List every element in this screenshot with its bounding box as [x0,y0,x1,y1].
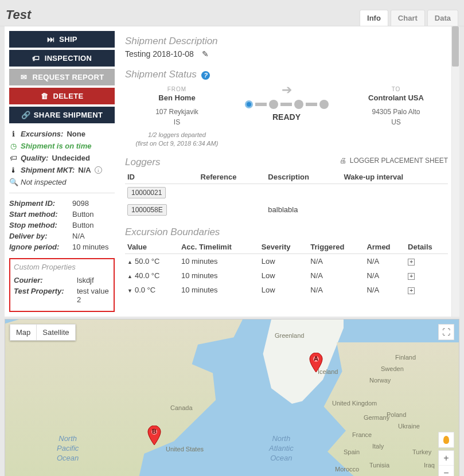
share-button[interactable]: 🔗 SHARE SHIPMENT [9,107,115,123]
boundaries-table: Value Acc. Timelimit Severity Triggered … [125,240,448,297]
map-label: Spain [344,448,360,455]
inspection-status: 🔍 Not inspected [9,176,115,188]
progress-steps [235,100,338,109]
step-bar [306,103,317,106]
ocean-label: North Atlantic Ocean [269,434,294,463]
loggers-col-id: ID [125,170,198,184]
zoom-out-button[interactable]: − [439,466,454,476]
info-icon[interactable]: i [95,166,102,174]
content-area: ⏭ SHIP 🏷 INSPECTION ✉ REQUEST REPORT 🗑 D… [5,26,459,317]
step-bar [255,103,267,106]
tab-bar: Info Chart Data [360,10,458,26]
inspection-button[interactable]: 🏷 INSPECTION [9,50,115,67]
route-to: TO Controlant USA 94305 Palo Alto US [344,86,448,127]
arrow-up-icon [127,271,135,280]
tab-chart[interactable]: Chart [391,10,425,26]
clock-icon: ◷ [9,142,17,150]
request-report-label: REQUEST REPORT [33,73,104,81]
delete-button[interactable]: 🗑 DELETE [9,88,115,104]
arrow-up-icon [127,257,135,266]
on-time-status: ◷ Shipment is on time [9,140,115,152]
description-heading: Shipment Description [125,36,448,47]
inspection-button-label: INSPECTION [45,54,92,63]
landmass [309,342,459,476]
test-property-row: Test Property: test value 2 [14,286,110,305]
courier-row: Courier: lskdjf [14,275,110,286]
map-pin-a[interactable]: A [309,353,323,372]
search-icon: 🔍 [9,178,17,186]
status-heading: Shipment Status ? [125,69,448,80]
map-type-map[interactable]: Map [10,324,37,341]
logger-placement-link[interactable]: 🖨 LOGGER PLACEMENT SHEET [340,157,448,165]
logger-id-link[interactable]: 1000058E [127,204,167,216]
status-list: ℹ Excursions: None ◷ Shipment is on time… [9,128,115,188]
map-label: Finland [395,354,416,361]
col-acc: Acc. Timelimit [179,240,259,254]
step-bar [280,103,292,106]
custom-properties-title: Custom Properties [14,263,110,271]
status-label: READY [235,112,338,122]
route-progress: ➔ READY [235,86,338,122]
streetview-button[interactable] [438,432,454,448]
share-icon: 🔗 [21,111,29,119]
fullscreen-button[interactable]: ⛶ [438,324,454,340]
shipment-id-row: Shipment ID: 9098 [9,198,115,209]
zoom-in-button[interactable]: + [439,451,454,466]
table-row: 1000058E balblabla [125,201,448,219]
map-type-satellite[interactable]: Satellite [37,324,75,341]
tab-info[interactable]: Info [360,10,388,26]
main-panel: Shipment Description Testing 2018-10-08 … [119,26,459,317]
map-label: Poland [387,411,406,418]
map-label: Sweden [381,365,404,372]
help-icon[interactable]: ? [201,71,210,80]
map-label: United Kingdom [332,400,377,407]
expand-icon[interactable]: + [408,259,415,266]
col-trig: Triggered [308,240,364,254]
arrow-down-icon [127,286,135,294]
map-label: Turkey [412,448,431,455]
expand-icon[interactable]: + [408,273,415,280]
col-sev: Severity [259,240,308,254]
request-report-button[interactable]: ✉ REQUEST REPORT [9,69,115,85]
scrollbar[interactable] [451,26,459,317]
custom-properties-box: Custom Properties Courier: lskdjf Test P… [9,258,115,312]
expand-icon[interactable]: + [408,287,415,294]
trash-icon: 🗑 [40,92,48,100]
logger-id-link[interactable]: 10000021 [127,187,166,198]
map-label: United States [166,446,204,452]
map-label: Morocco [335,466,359,473]
loggers-col-wake: Wake-up interval [342,170,448,184]
ignore-period-row: Ignore period: 10 minutes [9,241,115,252]
ship-button[interactable]: ⏭ SHIP [9,31,115,48]
loggers-table: ID Reference Description Wake-up interva… [125,170,448,219]
route-block: FROM Ben Home 107 Reykjavik IS 1/2 logge… [125,86,448,149]
table-row: 10000021 [125,184,448,201]
map-label: Ukraine [398,423,420,430]
page-title: Test [6,7,31,26]
map-label: Italy [372,443,384,450]
tab-data[interactable]: Data [427,10,458,26]
col-details: Details [405,240,448,254]
tag-icon: 🏷 [9,154,17,162]
route-from: FROM Ben Home 107 Reykjavik IS 1/2 logge… [125,86,229,149]
mkt-status: 🌡 Shipment MKT: N/A i [9,164,115,176]
description-line: Testing 2018-10-08 ✎ [125,49,448,58]
loggers-col-ref: Reference [198,170,266,184]
map-pin-b[interactable]: B [147,426,161,445]
boundaries-heading: Excursion Boundaries [125,227,448,238]
divider [9,193,115,193]
map-label: Canada [170,404,193,411]
delete-button-label: DELETE [53,92,83,100]
scroll-thumb[interactable] [452,26,459,67]
deliver-by-row: Deliver by: N/A [9,231,115,241]
ocean-label: North Pacific Ocean [57,434,79,463]
stop-method-row: Stop method: Button [9,220,115,231]
step-dot [294,100,303,109]
page-header: Test Info Chart Data [0,0,464,26]
description-text: Testing 2018-10-08 [125,49,194,58]
edit-icon[interactable]: ✎ [202,49,209,58]
map[interactable]: North Pacific Ocean North Atlantic Ocean… [5,319,459,476]
arrow-right-icon: ➔ [235,86,338,97]
col-armed: Armed [364,240,405,254]
table-row: 50.0 °C 10 minutes Low N/A N/A + [125,253,448,268]
